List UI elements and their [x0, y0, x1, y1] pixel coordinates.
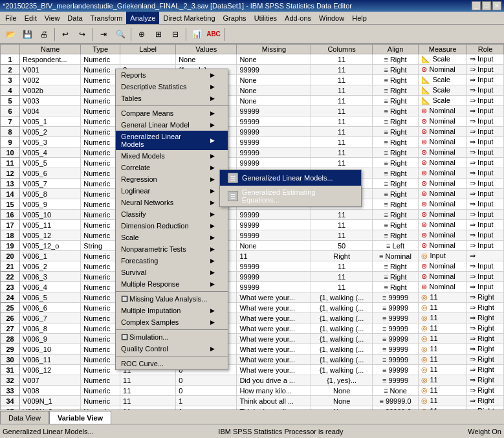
- var-align[interactable]: ≡ 99999: [372, 303, 419, 313]
- var-columns[interactable]: {1, walking (...: [311, 355, 372, 365]
- var-role[interactable]: ⇒ Right: [467, 344, 504, 355]
- var-missing[interactable]: What were your...: [237, 292, 311, 303]
- scale-item[interactable]: Scale▶: [116, 232, 228, 243]
- var-name[interactable]: V003: [20, 96, 81, 106]
- var-missing[interactable]: 99999: [237, 65, 311, 75]
- var-type[interactable]: Numeric: [81, 375, 120, 386]
- genlin-item[interactable]: Generalized Linear Models▶ ☰ Generalized…: [116, 131, 228, 150]
- var-columns[interactable]: 11: [311, 261, 372, 272]
- menu-utilities[interactable]: Utilities: [250, 12, 281, 24]
- var-measure[interactable]: ◎ 11: [419, 355, 467, 365]
- glm-item[interactable]: General Linear Model▶: [116, 119, 228, 131]
- var-role[interactable]: ⇒ Input: [467, 54, 504, 65]
- var-align[interactable]: ≡ Right: [372, 106, 419, 116]
- var-label[interactable]: 11: [120, 375, 176, 386]
- var-type[interactable]: Numeric: [81, 189, 120, 199]
- var-missing[interactable]: 99999: [237, 230, 311, 241]
- table-row[interactable]: 16 V005_10 Numeric he last ... {0, no}..…: [1, 210, 504, 220]
- menu-transform[interactable]: Transform: [87, 12, 127, 24]
- table-row[interactable]: 17 V005_11 Numeric he last ... {0, no}..…: [1, 220, 504, 230]
- var-align[interactable]: ≡ 99999: [372, 355, 419, 365]
- var-missing[interactable]: What were your...: [237, 303, 311, 313]
- var-role[interactable]: ⇒ Input: [467, 85, 504, 96]
- var-align[interactable]: ≡ 99999: [372, 292, 419, 303]
- var-missing[interactable]: 99999: [237, 148, 311, 158]
- table-row[interactable]: 6 V004 Numeric en do y... {1. At least..…: [1, 106, 504, 116]
- var-type[interactable]: Numeric: [81, 272, 120, 282]
- var-measure[interactable]: ⊛ Nominal: [419, 189, 467, 199]
- var-role[interactable]: ⇒ Input: [467, 210, 504, 220]
- var-type[interactable]: Numeric: [81, 96, 120, 106]
- var-type[interactable]: String: [81, 241, 120, 251]
- var-name[interactable]: V005_7: [20, 179, 81, 189]
- var-missing[interactable]: What were your...: [237, 313, 311, 323]
- var-measure[interactable]: ⊛ Nominal: [419, 210, 467, 220]
- var-missing[interactable]: Did you drive a ...: [237, 375, 311, 386]
- var-name[interactable]: V006_12: [20, 365, 81, 375]
- var-columns[interactable]: 11: [311, 96, 372, 106]
- table-row[interactable]: 9 V005_3 Numeric he last ... {0, no}... …: [1, 137, 504, 148]
- var-label[interactable]: [120, 54, 176, 65]
- compare-means-item[interactable]: Compare Means▶: [116, 107, 228, 119]
- var-align[interactable]: ≡ Right: [372, 210, 419, 220]
- var-align[interactable]: ≡ Right: [372, 199, 419, 210]
- var-missing[interactable]: What were your...: [237, 323, 311, 334]
- var-role[interactable]: ⇒: [467, 251, 504, 261]
- var-measure[interactable]: ⊛ Nominal: [419, 241, 467, 251]
- var-measure[interactable]: ⊛ Nominal: [419, 261, 467, 272]
- var-role[interactable]: ⇒ Input: [467, 272, 504, 282]
- var-columns[interactable]: {1, walking (...: [311, 292, 372, 303]
- var-missing[interactable]: None: [237, 85, 311, 96]
- var-name[interactable]: V009N_1: [20, 396, 81, 406]
- var-align[interactable]: ≡ Right: [372, 230, 419, 241]
- var-role[interactable]: ⇒ Input: [467, 199, 504, 210]
- table-row[interactable]: 20 V006_1 Numeric 1 walking (... 99999 1…: [1, 251, 504, 261]
- var-measure[interactable]: 📐 Scale: [419, 75, 467, 85]
- var-align[interactable]: ≡ Right: [372, 65, 419, 75]
- close-button[interactable]: ✕: [492, 1, 501, 10]
- var-missing[interactable]: 99999: [237, 272, 311, 282]
- var-missing[interactable]: 11: [237, 251, 311, 261]
- var-role[interactable]: ⇒ Input: [467, 261, 504, 272]
- var-name[interactable]: V005_1: [20, 116, 81, 127]
- var-type[interactable]: Numeric: [81, 303, 120, 313]
- var-missing[interactable]: 99999: [237, 158, 311, 168]
- var-align[interactable]: ≡ 99999: [372, 365, 419, 375]
- var-type[interactable]: Numeric: [81, 137, 120, 148]
- var-measure[interactable]: ◎ 11: [419, 334, 467, 344]
- complex-samples-item[interactable]: Complex Samples▶: [116, 316, 228, 328]
- var-name[interactable]: V005_5: [20, 158, 81, 168]
- var-type[interactable]: Numeric: [81, 179, 120, 189]
- var-missing[interactable]: What were your...: [237, 355, 311, 365]
- var-name[interactable]: V006_7: [20, 313, 81, 323]
- col-header-missing[interactable]: Missing: [237, 45, 311, 54]
- var-columns[interactable]: 11: [311, 54, 372, 65]
- table-row[interactable]: 24 V006_5 Numeric 11 0 What were your...…: [1, 292, 504, 303]
- var-measure[interactable]: ⊛ Nominal: [419, 116, 467, 127]
- var-measure[interactable]: ◎ Input: [419, 251, 467, 261]
- var-columns[interactable]: {1, walking (...: [311, 334, 372, 344]
- var-role[interactable]: ⇒ Input: [467, 127, 504, 137]
- var-role[interactable]: ⇒ Right: [467, 406, 504, 410]
- table-row[interactable]: 27 V006_8 Numeric 11 0 What were your...…: [1, 323, 504, 334]
- var-name[interactable]: V005_6: [20, 168, 81, 179]
- menu-direct-marketing[interactable]: Direct Marketing: [159, 12, 219, 24]
- menu-edit[interactable]: Edit: [21, 12, 41, 24]
- var-measure[interactable]: ⊛ Nominal: [419, 282, 467, 292]
- var-name[interactable]: V002: [20, 75, 81, 85]
- var-columns[interactable]: 11: [311, 282, 372, 292]
- var-type[interactable]: Numeric: [81, 313, 120, 323]
- regression-item[interactable]: Regression▶: [116, 173, 228, 185]
- var-columns[interactable]: 11: [311, 116, 372, 127]
- var-measure[interactable]: ⊛ Nominal: [419, 127, 467, 137]
- var-columns[interactable]: 11: [311, 272, 372, 282]
- var-missing[interactable]: 99999: [237, 137, 311, 148]
- col-header-align[interactable]: Align: [372, 45, 419, 54]
- var-columns[interactable]: 50: [311, 241, 372, 251]
- var-measure[interactable]: ◎ 11: [419, 292, 467, 303]
- table-row[interactable]: 19 V005_12_o String he last ... None Non…: [1, 241, 504, 251]
- var-role[interactable]: ⇒ Right: [467, 334, 504, 344]
- var-columns[interactable]: 11: [311, 137, 372, 148]
- reports-item[interactable]: Reports▶: [116, 69, 228, 81]
- var-measure[interactable]: ⊛ Nominal: [419, 220, 467, 230]
